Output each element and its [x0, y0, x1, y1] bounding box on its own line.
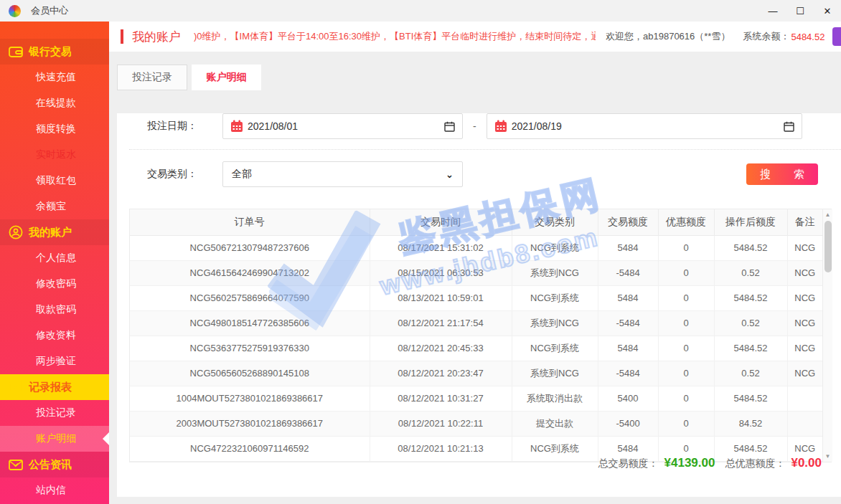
- sidebar-item-bet-records[interactable]: 投注记录: [0, 400, 109, 426]
- table-cell: 08/12/2021 20:45:33: [370, 336, 512, 361]
- table-cell: NCG: [787, 260, 822, 285]
- type-filter-row: 交易类别： 全部 ⌄ 搜 索: [129, 161, 841, 187]
- table-cell: 0.52: [714, 260, 787, 285]
- sidebar-item-withdraw-password[interactable]: 取款密码: [0, 297, 109, 323]
- table-header-cell: 订单号: [130, 209, 370, 235]
- sidebar-header-my-account[interactable]: 我的账户: [0, 219, 109, 245]
- table-header-cell: 操作后额度: [714, 209, 787, 235]
- sidebar-item-label: 余额宝: [36, 200, 66, 213]
- sidebar-item-label: 在线提款: [36, 97, 76, 110]
- table-cell: -5484: [598, 260, 658, 285]
- table-row: 2003MOUT527380102186938661708/12/2021 10…: [130, 411, 822, 436]
- wallet-icon: [9, 44, 23, 59]
- scrollbar-track[interactable]: [823, 219, 833, 452]
- sidebar-item-label: 公告资讯: [29, 458, 72, 472]
- sidebar: 银行交易 快速充值 在线提款 额度转换 实时返水 领取红包 余额宝 我的账户 个…: [0, 22, 109, 504]
- table-cell: NCG4615642469904713202: [130, 260, 370, 285]
- table-row: NCG536377527591937633008/12/2021 20:45:3…: [130, 336, 822, 361]
- close-button[interactable]: ✕: [814, 0, 841, 22]
- trade-type-select[interactable]: 全部 ⌄: [222, 161, 463, 187]
- sidebar-item-quota-transfer[interactable]: 额度转换: [0, 116, 109, 142]
- table-cell: 08/12/2021 10:31:27: [370, 386, 512, 411]
- sidebar-header-bank-trade[interactable]: 银行交易: [0, 39, 109, 65]
- table-cell: NCG5363775275919376330: [130, 336, 370, 361]
- date-from-input[interactable]: 2021/08/01: [222, 113, 463, 139]
- sidebar-item-account-detail[interactable]: 账户明细: [0, 426, 109, 452]
- table-cell: 系统到NCG: [512, 260, 598, 285]
- sidebar-header-records-report[interactable]: 记录报表: [0, 374, 109, 400]
- date-picker-icon[interactable]: [784, 121, 794, 132]
- side-widget-tab[interactable]: [832, 27, 841, 46]
- table-cell: 5484.52: [714, 235, 787, 260]
- table-row: NCG506560526889014510808/12/2021 20:23:4…: [130, 361, 822, 386]
- sidebar-item-yuebao[interactable]: 余额宝: [0, 194, 109, 219]
- account-detail-panel: 投注日期： 2021/08/01: [117, 113, 841, 497]
- type-filter-label: 交易类别：: [147, 168, 222, 181]
- sidebar-item-label: 账户明细: [36, 432, 76, 445]
- scroll-up-icon[interactable]: ▲: [823, 209, 833, 219]
- maximize-button[interactable]: ☐: [786, 0, 814, 22]
- total-trade-value: ¥4139.00: [664, 456, 715, 470]
- table-cell: NCG4722321060971146592: [130, 436, 370, 461]
- sidebar-item-label: 修改资料: [36, 329, 76, 342]
- sidebar-item-label: 额度转换: [36, 123, 76, 135]
- sidebar-item-site-mail[interactable]: 站内信: [0, 477, 109, 503]
- notice-bar: 我的账户 )0维护，【IM体育】平台于14:00至16:30维护，【BTI体育】…: [109, 22, 841, 52]
- table-cell: 5484: [598, 285, 658, 310]
- table-header-cell: 备注: [787, 209, 822, 235]
- tab-strip: 投注记录 账户明细: [117, 65, 841, 90]
- minimize-button[interactable]: —: [759, 0, 786, 22]
- date-range-separator: -: [473, 120, 476, 132]
- table-cell: 0.52: [714, 310, 787, 336]
- table-header-cell: 优惠额度: [658, 209, 714, 235]
- table-cell: NCG5067213079487237606: [130, 235, 370, 260]
- sidebar-item-personal-info[interactable]: 个人信息: [0, 245, 109, 271]
- total-discount-value: ¥0.00: [791, 456, 822, 470]
- table-cell: 0: [658, 285, 714, 310]
- sidebar-item-label: 领取红包: [36, 174, 76, 187]
- table-cell: 08/12/2021 20:23:47: [370, 361, 512, 386]
- table-cell: 0.52: [714, 361, 787, 386]
- calendar-icon: [494, 120, 507, 133]
- table-cell: 5400: [598, 386, 658, 411]
- scroll-down-icon[interactable]: ▼: [823, 452, 833, 462]
- total-trade-label: 总交易额度：: [598, 457, 659, 470]
- sidebar-item-two-step-verify[interactable]: 两步验证: [0, 348, 109, 374]
- date-filter-label: 投注日期：: [147, 120, 222, 133]
- table-scrollbar[interactable]: ▲ ▼: [822, 209, 832, 462]
- table-row: NCG461564246990471320208/15/2021 06:30:5…: [130, 260, 822, 285]
- table-cell: NCG5602575869664077590: [130, 285, 370, 310]
- tab-bet-records[interactable]: 投注记录: [117, 65, 187, 90]
- maintenance-marquee: )0维护，【IM体育】平台于14:00至16:30维护，【BTI体育】平台临时进…: [194, 30, 596, 43]
- table-cell: 84.52: [714, 411, 787, 436]
- date-picker-icon[interactable]: [444, 121, 455, 132]
- table-cell: -5484: [598, 310, 658, 336]
- sidebar-item-quick-deposit[interactable]: 快速充值: [0, 65, 109, 90]
- sidebar-item-red-packet[interactable]: 领取红包: [0, 168, 109, 194]
- welcome-text: 欢迎您，ab19870616（**雪）: [606, 30, 730, 43]
- table-row: NCG560257586966407759008/13/2021 10:59:0…: [130, 285, 822, 310]
- table-cell: 0: [658, 336, 714, 361]
- tab-account-detail[interactable]: 账户明细: [192, 65, 261, 90]
- active-item-notch: [103, 432, 109, 445]
- sidebar-item-label: 投注记录: [36, 406, 76, 419]
- table-cell: -5400: [598, 411, 658, 436]
- scrollbar-thumb[interactable]: [824, 221, 832, 272]
- table-cell: [787, 411, 822, 436]
- date-to-value: 2021/08/19: [512, 120, 784, 132]
- sidebar-item-change-password[interactable]: 修改密码: [0, 271, 109, 297]
- sidebar-item-realtime-rebate[interactable]: 实时返水: [0, 142, 109, 168]
- table-body: NCG506721307948723760608/17/2021 15:31:0…: [130, 235, 822, 461]
- sidebar-item-online-withdraw[interactable]: 在线提款: [0, 90, 109, 116]
- search-button[interactable]: 搜 索: [746, 163, 818, 185]
- sidebar-item-label: 取款密码: [36, 303, 76, 316]
- sidebar-item-edit-profile[interactable]: 修改资料: [0, 323, 109, 348]
- date-to-input[interactable]: 2021/08/19: [487, 113, 802, 139]
- table-row: NCG506721307948723760608/17/2021 15:31:0…: [130, 235, 822, 260]
- sidebar-header-announcements[interactable]: 公告资讯: [0, 452, 109, 477]
- table-cell: 0: [658, 235, 714, 260]
- page-title: 我的账户: [132, 29, 181, 45]
- table-header-cell: 交易时间: [370, 209, 512, 235]
- table-cell: 系统到NCG: [512, 310, 598, 336]
- table-cell: NCG到系统: [512, 336, 598, 361]
